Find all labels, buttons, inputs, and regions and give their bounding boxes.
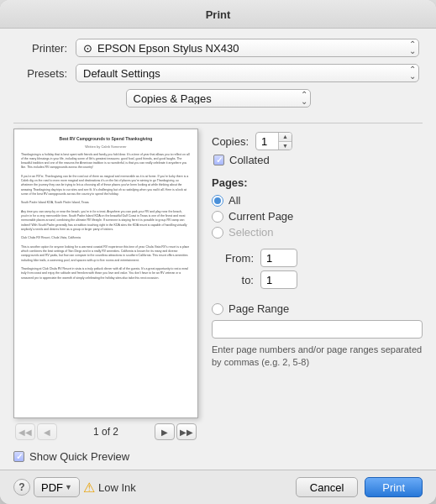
printer-value: EPSON Epson Stylus NX430 bbox=[97, 42, 239, 55]
from-row: From: bbox=[212, 249, 423, 267]
printer-icon: ⊙ bbox=[83, 42, 92, 55]
page-range-label: Page Range bbox=[229, 302, 289, 315]
copies-input-wrapper: ▲ ▼ bbox=[255, 132, 292, 150]
low-ink-label: Low Ink bbox=[98, 481, 136, 494]
help-button[interactable]: ? bbox=[13, 479, 30, 496]
preview-text: Best RV Campgrounds to Spend Thanksgivin… bbox=[14, 129, 197, 287]
pdf-label: PDF bbox=[41, 481, 63, 494]
preview-panel: Best RV Campgrounds to Spend Thanksgivin… bbox=[13, 129, 198, 444]
copies-section: Copies: ▲ ▼ bbox=[212, 132, 423, 150]
preview-controls: ◀◀ ◀ 1 of 2 ▶ ▶▶ bbox=[13, 418, 198, 444]
collated-checkbox[interactable]: ✓ bbox=[213, 155, 224, 165]
pages-label: Pages: bbox=[212, 176, 423, 189]
show-preview-label: Show Quick Preview bbox=[29, 450, 129, 463]
last-page-button[interactable]: ▶▶ bbox=[176, 423, 197, 440]
nav-group-left: ◀◀ ◀ bbox=[15, 423, 57, 440]
from-input[interactable] bbox=[260, 249, 297, 267]
page-range-radio[interactable] bbox=[212, 303, 223, 315]
selection-radio-label: Selection bbox=[229, 226, 273, 239]
top-controls: Printer: ⊙ EPSON Epson Stylus NX430 Pres… bbox=[0, 29, 436, 121]
page-info: 1 of 2 bbox=[93, 426, 118, 438]
copies-label: Copies: bbox=[212, 135, 249, 148]
printer-select-container: ⊙ EPSON Epson Stylus NX430 bbox=[76, 39, 419, 57]
to-input[interactable] bbox=[260, 270, 297, 289]
page-range-hint: Enter page numbers and/or page ranges se… bbox=[212, 344, 423, 370]
page-range-input[interactable] bbox=[212, 320, 423, 339]
check-icon: ✓ bbox=[216, 156, 223, 165]
to-row: to: bbox=[212, 270, 423, 289]
copies-pages-select[interactable]: Copies & Pages bbox=[126, 89, 311, 108]
preview-check-icon: ✓ bbox=[16, 453, 23, 461]
current-page-radio-row: Current Page bbox=[212, 210, 423, 223]
warning-icon: ⚠ bbox=[83, 480, 95, 496]
right-panel: Copies: ▲ ▼ ✓ Collated Pages: bbox=[212, 129, 423, 444]
dialog-title: Print bbox=[0, 0, 436, 29]
next-page-button[interactable]: ▶ bbox=[155, 423, 175, 440]
bottom-left: ? PDF ▼ ⚠ Low Ink bbox=[13, 477, 136, 497]
pages-radio-group: All Current Page Selection bbox=[212, 194, 423, 239]
nav-group-right: ▶ ▶▶ bbox=[155, 423, 197, 440]
cancel-button[interactable]: Cancel bbox=[296, 477, 358, 497]
help-icon: ? bbox=[18, 481, 24, 493]
main-content: Best RV Campgrounds to Spend Thanksgivin… bbox=[0, 125, 436, 450]
pages-section: Pages: All Current Page Selection bbox=[212, 176, 423, 239]
preview-title: Best RV Campgrounds to Spend Thanksgivin… bbox=[21, 136, 191, 142]
print-dialog: Print Printer: ⊙ EPSON Epson Stylus NX43… bbox=[0, 0, 436, 504]
selection-radio[interactable] bbox=[212, 227, 223, 239]
presets-select[interactable]: Default Settings bbox=[76, 64, 419, 82]
printer-label: Printer: bbox=[17, 42, 76, 55]
copies-pages-select-container: Copies & Pages bbox=[126, 89, 311, 108]
printer-row: Printer: ⊙ EPSON Epson Stylus NX430 bbox=[17, 39, 419, 57]
copies-decrement-button[interactable]: ▼ bbox=[279, 142, 292, 150]
preview-subtitle: Written by Caleb Sommerer bbox=[21, 144, 191, 150]
presets-select-container: Default Settings bbox=[76, 64, 419, 82]
copies-increment-button[interactable]: ▲ bbox=[279, 133, 292, 142]
pdf-dropdown-icon: ▼ bbox=[65, 483, 72, 491]
page-range-checkbox-row: Page Range bbox=[212, 302, 423, 315]
from-to-section: From: to: bbox=[212, 249, 423, 292]
all-radio-row: All bbox=[212, 194, 423, 207]
selection-radio-row: Selection bbox=[212, 226, 423, 239]
copies-pages-row: Copies & Pages bbox=[17, 89, 419, 108]
all-radio[interactable] bbox=[212, 195, 223, 207]
printer-select[interactable]: ⊙ EPSON Epson Stylus NX430 bbox=[76, 39, 419, 57]
from-label: From: bbox=[212, 252, 254, 265]
current-page-radio[interactable] bbox=[212, 211, 223, 223]
show-preview-checkbox[interactable]: ✓ bbox=[13, 451, 24, 462]
prev-page-button[interactable]: ◀ bbox=[37, 423, 57, 440]
current-page-radio-label: Current Page bbox=[229, 210, 293, 223]
presets-label: Presets: bbox=[17, 67, 76, 80]
preview-body: Thanksgiving is a holiday that is best s… bbox=[21, 153, 191, 281]
first-page-button[interactable]: ◀◀ bbox=[15, 423, 35, 440]
presets-row: Presets: Default Settings bbox=[17, 64, 419, 82]
preview-page: Best RV Campgrounds to Spend Thanksgivin… bbox=[13, 129, 198, 418]
collated-row: ✓ Collated bbox=[212, 154, 423, 166]
print-button[interactable]: Print bbox=[365, 477, 423, 497]
collated-label: Collated bbox=[229, 154, 270, 166]
copies-stepper: ▲ ▼ bbox=[278, 133, 292, 150]
all-radio-label: All bbox=[229, 194, 240, 207]
pdf-button[interactable]: PDF ▼ bbox=[34, 477, 80, 497]
show-preview-row: ✓ Show Quick Preview bbox=[0, 450, 436, 470]
divider bbox=[13, 123, 423, 123]
to-label: to: bbox=[212, 274, 254, 286]
bottom-bar: ? PDF ▼ ⚠ Low Ink Cancel Print bbox=[0, 470, 436, 504]
page-range-section: Page Range Enter page numbers and/or pag… bbox=[212, 302, 423, 370]
